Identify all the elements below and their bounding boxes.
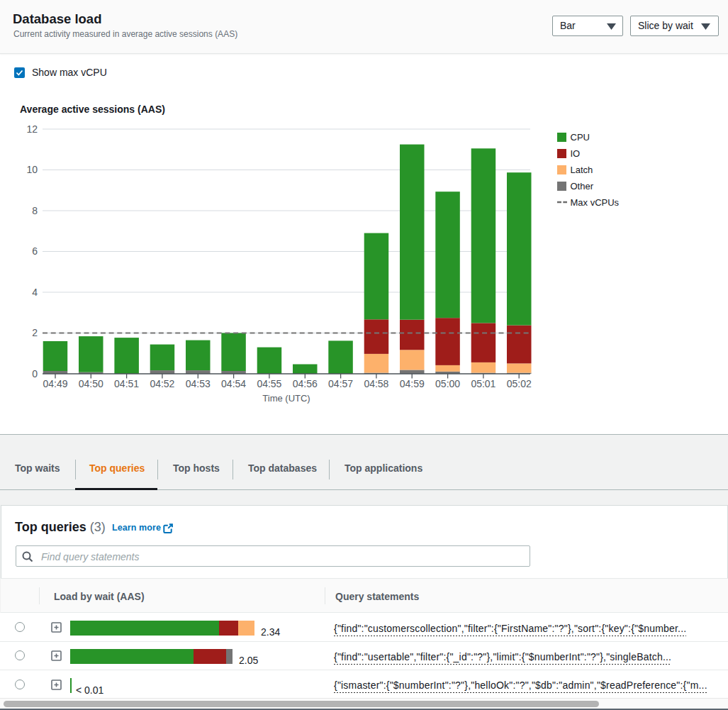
svg-text:6: 6 [32,245,38,257]
svg-text:04:51: 04:51 [114,378,139,389]
svg-text:CPU: CPU [571,132,590,143]
svg-text:05:01: 05:01 [471,378,495,389]
svg-text:04:52: 04:52 [150,378,174,389]
svg-text:Time (UTC): Time (UTC) [262,393,310,404]
svg-text:05:00: 05:00 [435,378,460,389]
svg-text:05:02: 05:02 [507,378,532,389]
svg-text:04:50: 04:50 [79,378,103,389]
svg-text:04:59: 04:59 [400,378,425,389]
svg-text:IO: IO [571,148,581,159]
svg-text:04:57: 04:57 [328,378,353,389]
svg-text:Latch: Latch [571,165,593,175]
svg-text:04:54: 04:54 [221,378,246,389]
svg-text:8: 8 [32,205,38,216]
svg-text:04:56: 04:56 [293,378,318,389]
svg-text:12: 12 [26,123,38,135]
svg-text:2: 2 [32,327,38,338]
svg-text:Max vCPUs: Max vCPUs [571,197,620,208]
svg-text:04:58: 04:58 [364,378,388,389]
svg-text:0: 0 [32,368,38,379]
svg-text:10: 10 [26,164,38,175]
svg-text:04:53: 04:53 [186,378,211,389]
svg-text:04:55: 04:55 [257,378,281,389]
svg-text:4: 4 [32,287,38,298]
svg-text:Other: Other [571,181,594,192]
svg-text:04:49: 04:49 [43,378,67,389]
